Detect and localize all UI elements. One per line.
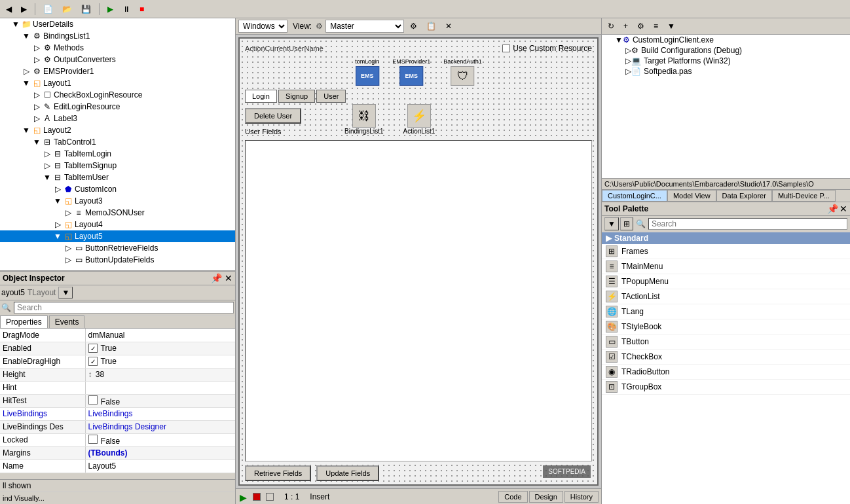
tree-item-softpedia[interactable]: ▷ 📄 Softpedia.pas bbox=[602, 66, 850, 77]
tab-code[interactable]: Code bbox=[498, 491, 527, 503]
tree-item-label3[interactable]: ▷ A Label3 bbox=[0, 113, 235, 124]
toolbar-save-btn[interactable]: 💾 bbox=[78, 3, 94, 16]
tree-item-checkboxloginresource[interactable]: ▷ ☐ CheckBoxLoginResource bbox=[0, 89, 235, 101]
expand-icon[interactable]: ▼ bbox=[52, 196, 63, 206]
pin-button[interactable]: 📌 bbox=[211, 273, 222, 283]
tab-properties[interactable]: Properties bbox=[0, 315, 48, 328]
stop-button[interactable] bbox=[253, 493, 261, 501]
tree-item-layout5[interactable]: ▼ ◱ Layout5 bbox=[0, 230, 235, 242]
checkbox-enabled[interactable]: ✓ bbox=[88, 344, 98, 353]
tree-item-editloginresource[interactable]: ▷ ✎ EditLoginResource bbox=[0, 101, 235, 113]
palette-item-tstylebook[interactable]: 🎨 TStyleBook bbox=[602, 319, 850, 334]
tab-model-view[interactable]: Model View bbox=[667, 190, 716, 202]
expand-icon[interactable]: ▷ bbox=[21, 66, 31, 77]
tree-item-layout3[interactable]: ▼ ◱ Layout3 bbox=[0, 195, 235, 207]
view-settings-btn[interactable]: ⚙ bbox=[407, 20, 420, 33]
expand-icon[interactable]: ▼ bbox=[21, 78, 31, 88]
tree-item-tabitemsignup[interactable]: ▷ ⊟ TabItemSignup bbox=[0, 160, 235, 171]
tab-signup[interactable]: Signup bbox=[278, 90, 315, 103]
tool-search-input[interactable] bbox=[648, 218, 847, 230]
expand-icon[interactable]: ▷ bbox=[31, 101, 42, 112]
palette-item-tcheckbox[interactable]: ☑ TCheckBox bbox=[602, 350, 850, 365]
tree-item-tabitemuser[interactable]: ▼ ⊟ TabItemUser bbox=[0, 171, 235, 183]
palette-category-standard[interactable]: ▶ Standard bbox=[602, 232, 850, 244]
expand-icon[interactable]: ▷ bbox=[31, 43, 42, 53]
toolbar-stop-btn[interactable]: ■ bbox=[136, 3, 147, 16]
checkbox-locked[interactable] bbox=[88, 435, 98, 444]
tree-item-userdetails[interactable]: ▼ 📁 UserDetails bbox=[0, 18, 235, 30]
toolbar-pause-btn[interactable]: ⏸ bbox=[119, 3, 134, 16]
update-fields-button[interactable]: Update Fields bbox=[316, 465, 379, 481]
toolbar-open-btn[interactable]: 📂 bbox=[59, 3, 75, 16]
toolbar-forward-btn[interactable]: ▶ bbox=[18, 3, 30, 16]
palette-category-btn[interactable]: ⊞ bbox=[620, 217, 633, 230]
toolbar-run-btn[interactable]: ▶ bbox=[104, 3, 117, 16]
palette-item-frames[interactable]: ⊞ Frames bbox=[602, 244, 850, 259]
palette-pin-btn[interactable]: 📌 bbox=[827, 204, 838, 214]
checkbox-enabledraghigh[interactable]: ✓ bbox=[88, 357, 98, 366]
toolbar-new-btn[interactable]: 📄 bbox=[40, 3, 56, 16]
tab-login[interactable]: Login bbox=[245, 90, 277, 103]
expand-icon[interactable]: ▼ bbox=[21, 125, 31, 135]
obj-dropdown-btn[interactable]: ▼ bbox=[58, 287, 73, 298]
tree-item-layout2[interactable]: ▼ ◱ Layout2 bbox=[0, 124, 235, 136]
view-select[interactable]: Master bbox=[325, 20, 404, 33]
tab-customloginc[interactable]: CustomLoginC... bbox=[602, 190, 667, 202]
tree-item-outputconverters[interactable]: ▷ ⚙ OutputConverters bbox=[0, 54, 235, 65]
project-tree[interactable]: ▼ ⚙ CustomLoginClient.exe ▷ ⚙ Build Conf… bbox=[602, 35, 850, 179]
right-filter-btn[interactable]: ▼ bbox=[664, 20, 678, 33]
tree-item-buttonretrievefields[interactable]: ▷ ▭ ButtonRetrieveFields bbox=[0, 242, 235, 254]
expand-icon[interactable]: ▼ bbox=[21, 31, 31, 41]
palette-dropdown-btn[interactable]: ▼ bbox=[604, 217, 619, 230]
expand-icon[interactable]: ▷ bbox=[42, 160, 52, 171]
expand-icon[interactable]: ▼ bbox=[42, 172, 52, 183]
pause-button[interactable] bbox=[266, 493, 274, 501]
right-new-btn[interactable]: + bbox=[620, 20, 631, 33]
close-button[interactable]: ✕ bbox=[225, 273, 232, 283]
tree-item-bindingslist1[interactable]: ▼ ⚙ BindingsList1 bbox=[0, 30, 235, 42]
tab-events[interactable]: Events bbox=[49, 315, 85, 328]
palette-item-tmainmenu[interactable]: ≡ TMainMenu bbox=[602, 259, 850, 274]
expand-icon[interactable]: ▼ bbox=[31, 137, 42, 147]
tree-item-buildconfig[interactable]: ▷ ⚙ Build Configurations (Debug) bbox=[602, 45, 850, 56]
tree-item-customloginclient[interactable]: ▼ ⚙ CustomLoginClient.exe bbox=[602, 35, 850, 45]
view-copy-btn[interactable]: 📋 bbox=[423, 20, 439, 33]
palette-item-tbutton[interactable]: ▭ TButton bbox=[602, 334, 850, 350]
tree-item-customicon[interactable]: ▷ ⬟ CustomIcon bbox=[0, 183, 235, 195]
obj-search-input[interactable] bbox=[14, 302, 234, 314]
expand-icon[interactable]: ▷ bbox=[31, 113, 42, 124]
expand-icon[interactable]: ▷ bbox=[63, 243, 73, 253]
tab-design[interactable]: Design bbox=[529, 491, 563, 503]
right-config-btn[interactable]: ≡ bbox=[650, 20, 661, 33]
tree-item-emsprovider1[interactable]: ▷ ⚙ EMSProvider1 bbox=[0, 65, 235, 77]
palette-item-tgroupbox[interactable]: ⊡ TGroupBox bbox=[602, 380, 850, 395]
tree-item-tabitemlogin[interactable]: ▷ ⊟ TabItemLogin bbox=[0, 148, 235, 160]
tree-item-layout1[interactable]: ▼ ◱ Layout1 bbox=[0, 77, 235, 89]
tab-history[interactable]: History bbox=[564, 491, 599, 503]
tree-item-layout4[interactable]: ▷ ◱ Layout4 bbox=[0, 219, 235, 230]
tree-item-buttonupdatefields[interactable]: ▷ ▭ ButtonUpdateFields bbox=[0, 254, 235, 266]
tree-item-targetplatforms[interactable]: ▷ 💻 Target Platforms (Win32) bbox=[602, 56, 850, 66]
view-delete-btn[interactable]: ✕ bbox=[442, 20, 455, 33]
expand-icon[interactable]: ▷ bbox=[42, 149, 52, 159]
expand-icon[interactable]: ▷ bbox=[31, 54, 42, 65]
checkbox-hittest[interactable] bbox=[88, 395, 98, 405]
tab-data-explorer[interactable]: Data Explorer bbox=[716, 190, 772, 202]
component-tree[interactable]: ▼ 📁 UserDetails ▼ ⚙ BindingsList1 ▷ ⚙ Me… bbox=[0, 18, 235, 270]
right-settings-btn[interactable]: ⚙ bbox=[634, 20, 648, 33]
tree-item-memojsonuser[interactable]: ▷ ≡ MemoJSONUser bbox=[0, 207, 235, 219]
expand-icon[interactable]: ▷ bbox=[63, 255, 73, 265]
toolbar-back-btn[interactable]: ◀ bbox=[3, 3, 15, 16]
expand-icon[interactable]: ▷ bbox=[63, 207, 73, 218]
tab-multi-device[interactable]: Multi-Device P... bbox=[772, 190, 836, 202]
expand-icon[interactable]: ▼ bbox=[52, 231, 63, 242]
palette-close-btn[interactable]: ✕ bbox=[840, 204, 847, 214]
tab-user[interactable]: User bbox=[316, 90, 346, 103]
props-scroll[interactable]: DragMode dmManual Enabled ✓ True EnableD… bbox=[0, 329, 235, 479]
delete-user-button[interactable]: Delete User bbox=[245, 108, 301, 124]
palette-item-tpopupmenu[interactable]: ☰ TPopupMenu bbox=[602, 274, 850, 289]
tree-item-tabcontrol1[interactable]: ▼ ⊟ TabControl1 bbox=[0, 136, 235, 148]
expand-icon[interactable]: ▷ bbox=[52, 219, 63, 230]
retrieve-fields-button[interactable]: Retrieve Fields bbox=[245, 465, 311, 481]
expand-icon[interactable]: ▷ bbox=[52, 184, 63, 194]
